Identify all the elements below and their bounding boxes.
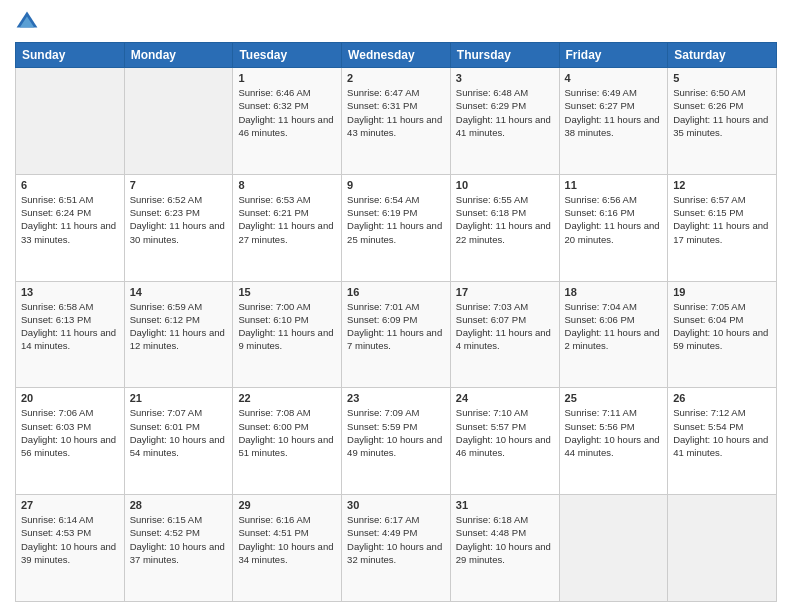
day-number: 27 — [21, 499, 119, 511]
day-number: 25 — [565, 392, 663, 404]
calendar-cell: 5Sunrise: 6:50 AM Sunset: 6:26 PM Daylig… — [668, 68, 777, 175]
calendar-cell: 26Sunrise: 7:12 AM Sunset: 5:54 PM Dayli… — [668, 388, 777, 495]
calendar-cell: 11Sunrise: 6:56 AM Sunset: 6:16 PM Dayli… — [559, 174, 668, 281]
calendar-cell: 16Sunrise: 7:01 AM Sunset: 6:09 PM Dayli… — [342, 281, 451, 388]
day-info: Sunrise: 6:48 AM Sunset: 6:29 PM Dayligh… — [456, 86, 554, 139]
day-info: Sunrise: 6:14 AM Sunset: 4:53 PM Dayligh… — [21, 513, 119, 566]
day-number: 11 — [565, 179, 663, 191]
day-number: 23 — [347, 392, 445, 404]
day-number: 17 — [456, 286, 554, 298]
day-info: Sunrise: 7:07 AM Sunset: 6:01 PM Dayligh… — [130, 406, 228, 459]
day-number: 5 — [673, 72, 771, 84]
calendar-page: SundayMondayTuesdayWednesdayThursdayFrid… — [0, 0, 792, 612]
calendar-cell: 21Sunrise: 7:07 AM Sunset: 6:01 PM Dayli… — [124, 388, 233, 495]
day-info: Sunrise: 6:16 AM Sunset: 4:51 PM Dayligh… — [238, 513, 336, 566]
calendar-cell: 31Sunrise: 6:18 AM Sunset: 4:48 PM Dayli… — [450, 495, 559, 602]
day-info: Sunrise: 6:56 AM Sunset: 6:16 PM Dayligh… — [565, 193, 663, 246]
day-info: Sunrise: 7:09 AM Sunset: 5:59 PM Dayligh… — [347, 406, 445, 459]
calendar-cell: 9Sunrise: 6:54 AM Sunset: 6:19 PM Daylig… — [342, 174, 451, 281]
day-number: 18 — [565, 286, 663, 298]
weekday-header-friday: Friday — [559, 43, 668, 68]
day-number: 21 — [130, 392, 228, 404]
calendar-cell: 4Sunrise: 6:49 AM Sunset: 6:27 PM Daylig… — [559, 68, 668, 175]
day-info: Sunrise: 6:17 AM Sunset: 4:49 PM Dayligh… — [347, 513, 445, 566]
day-number: 29 — [238, 499, 336, 511]
day-number: 7 — [130, 179, 228, 191]
day-number: 22 — [238, 392, 336, 404]
calendar-cell: 30Sunrise: 6:17 AM Sunset: 4:49 PM Dayli… — [342, 495, 451, 602]
calendar-cell — [559, 495, 668, 602]
day-info: Sunrise: 6:54 AM Sunset: 6:19 PM Dayligh… — [347, 193, 445, 246]
day-number: 20 — [21, 392, 119, 404]
calendar-week-1: 1Sunrise: 6:46 AM Sunset: 6:32 PM Daylig… — [16, 68, 777, 175]
calendar-cell: 7Sunrise: 6:52 AM Sunset: 6:23 PM Daylig… — [124, 174, 233, 281]
calendar-cell: 17Sunrise: 7:03 AM Sunset: 6:07 PM Dayli… — [450, 281, 559, 388]
calendar-cell: 10Sunrise: 6:55 AM Sunset: 6:18 PM Dayli… — [450, 174, 559, 281]
calendar-cell: 15Sunrise: 7:00 AM Sunset: 6:10 PM Dayli… — [233, 281, 342, 388]
day-number: 10 — [456, 179, 554, 191]
day-number: 31 — [456, 499, 554, 511]
day-number: 9 — [347, 179, 445, 191]
calendar-cell: 18Sunrise: 7:04 AM Sunset: 6:06 PM Dayli… — [559, 281, 668, 388]
day-number: 16 — [347, 286, 445, 298]
calendar-cell: 2Sunrise: 6:47 AM Sunset: 6:31 PM Daylig… — [342, 68, 451, 175]
day-number: 14 — [130, 286, 228, 298]
calendar-week-3: 13Sunrise: 6:58 AM Sunset: 6:13 PM Dayli… — [16, 281, 777, 388]
weekday-header-thursday: Thursday — [450, 43, 559, 68]
day-number: 1 — [238, 72, 336, 84]
header — [15, 10, 777, 34]
day-info: Sunrise: 7:06 AM Sunset: 6:03 PM Dayligh… — [21, 406, 119, 459]
day-info: Sunrise: 7:11 AM Sunset: 5:56 PM Dayligh… — [565, 406, 663, 459]
calendar-cell: 27Sunrise: 6:14 AM Sunset: 4:53 PM Dayli… — [16, 495, 125, 602]
calendar-cell: 6Sunrise: 6:51 AM Sunset: 6:24 PM Daylig… — [16, 174, 125, 281]
day-number: 12 — [673, 179, 771, 191]
day-number: 28 — [130, 499, 228, 511]
calendar-cell: 28Sunrise: 6:15 AM Sunset: 4:52 PM Dayli… — [124, 495, 233, 602]
day-number: 3 — [456, 72, 554, 84]
calendar-cell: 25Sunrise: 7:11 AM Sunset: 5:56 PM Dayli… — [559, 388, 668, 495]
calendar-cell: 23Sunrise: 7:09 AM Sunset: 5:59 PM Dayli… — [342, 388, 451, 495]
calendar-cell: 20Sunrise: 7:06 AM Sunset: 6:03 PM Dayli… — [16, 388, 125, 495]
day-number: 13 — [21, 286, 119, 298]
day-number: 30 — [347, 499, 445, 511]
day-info: Sunrise: 6:59 AM Sunset: 6:12 PM Dayligh… — [130, 300, 228, 353]
day-info: Sunrise: 7:12 AM Sunset: 5:54 PM Dayligh… — [673, 406, 771, 459]
calendar-cell: 24Sunrise: 7:10 AM Sunset: 5:57 PM Dayli… — [450, 388, 559, 495]
calendar-cell: 14Sunrise: 6:59 AM Sunset: 6:12 PM Dayli… — [124, 281, 233, 388]
day-info: Sunrise: 6:47 AM Sunset: 6:31 PM Dayligh… — [347, 86, 445, 139]
day-info: Sunrise: 7:05 AM Sunset: 6:04 PM Dayligh… — [673, 300, 771, 353]
day-info: Sunrise: 6:58 AM Sunset: 6:13 PM Dayligh… — [21, 300, 119, 353]
day-number: 19 — [673, 286, 771, 298]
day-info: Sunrise: 6:57 AM Sunset: 6:15 PM Dayligh… — [673, 193, 771, 246]
calendar-cell: 12Sunrise: 6:57 AM Sunset: 6:15 PM Dayli… — [668, 174, 777, 281]
calendar-cell: 22Sunrise: 7:08 AM Sunset: 6:00 PM Dayli… — [233, 388, 342, 495]
day-info: Sunrise: 6:55 AM Sunset: 6:18 PM Dayligh… — [456, 193, 554, 246]
calendar-week-2: 6Sunrise: 6:51 AM Sunset: 6:24 PM Daylig… — [16, 174, 777, 281]
day-info: Sunrise: 6:49 AM Sunset: 6:27 PM Dayligh… — [565, 86, 663, 139]
day-info: Sunrise: 6:18 AM Sunset: 4:48 PM Dayligh… — [456, 513, 554, 566]
weekday-header-sunday: Sunday — [16, 43, 125, 68]
day-info: Sunrise: 7:04 AM Sunset: 6:06 PM Dayligh… — [565, 300, 663, 353]
day-number: 15 — [238, 286, 336, 298]
weekday-header-tuesday: Tuesday — [233, 43, 342, 68]
calendar-cell — [16, 68, 125, 175]
weekday-header-monday: Monday — [124, 43, 233, 68]
calendar-cell: 1Sunrise: 6:46 AM Sunset: 6:32 PM Daylig… — [233, 68, 342, 175]
day-info: Sunrise: 6:46 AM Sunset: 6:32 PM Dayligh… — [238, 86, 336, 139]
calendar-cell: 29Sunrise: 6:16 AM Sunset: 4:51 PM Dayli… — [233, 495, 342, 602]
day-info: Sunrise: 6:53 AM Sunset: 6:21 PM Dayligh… — [238, 193, 336, 246]
calendar-cell: 3Sunrise: 6:48 AM Sunset: 6:29 PM Daylig… — [450, 68, 559, 175]
day-info: Sunrise: 6:52 AM Sunset: 6:23 PM Dayligh… — [130, 193, 228, 246]
weekday-header-wednesday: Wednesday — [342, 43, 451, 68]
day-info: Sunrise: 7:01 AM Sunset: 6:09 PM Dayligh… — [347, 300, 445, 353]
day-number: 6 — [21, 179, 119, 191]
day-info: Sunrise: 7:10 AM Sunset: 5:57 PM Dayligh… — [456, 406, 554, 459]
weekday-header-saturday: Saturday — [668, 43, 777, 68]
calendar-cell — [124, 68, 233, 175]
day-info: Sunrise: 7:03 AM Sunset: 6:07 PM Dayligh… — [456, 300, 554, 353]
day-info: Sunrise: 7:08 AM Sunset: 6:00 PM Dayligh… — [238, 406, 336, 459]
day-number: 2 — [347, 72, 445, 84]
day-number: 4 — [565, 72, 663, 84]
calendar-cell — [668, 495, 777, 602]
calendar-cell: 13Sunrise: 6:58 AM Sunset: 6:13 PM Dayli… — [16, 281, 125, 388]
